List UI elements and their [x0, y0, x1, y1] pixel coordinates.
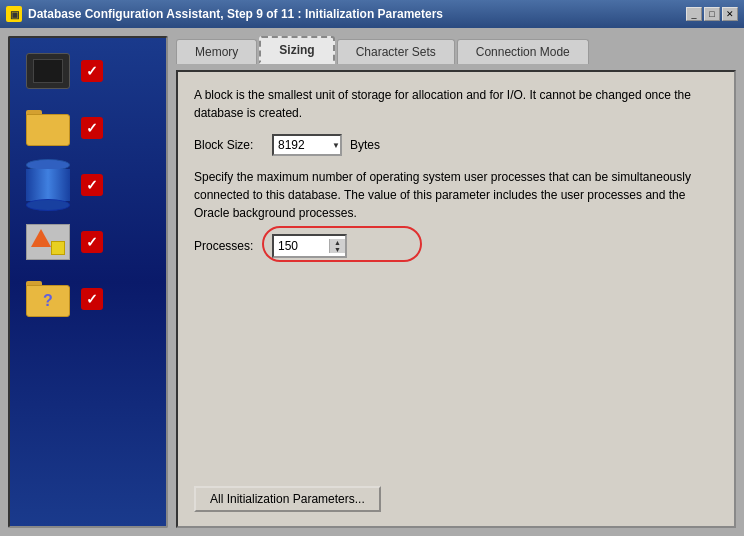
spinbox-down-button[interactable]: ▼	[330, 246, 345, 253]
app-icon: ▣	[6, 6, 22, 22]
window-title: Database Configuration Assistant, Step 9…	[28, 7, 443, 21]
processes-row: Processes: ▲ ▼	[194, 234, 718, 258]
all-params-button[interactable]: All Initialization Parameters...	[194, 486, 381, 512]
tab-character-sets[interactable]: Character Sets	[337, 39, 455, 64]
shapes-icon-box	[23, 219, 73, 264]
check-icon-5: ✓	[81, 288, 103, 310]
left-panel: ✓ ✓ ✓	[8, 36, 168, 528]
processes-circle-wrapper: ▲ ▼	[272, 234, 347, 258]
block-size-label: Block Size:	[194, 138, 264, 152]
content-panel: A block is the smallest unit of storage …	[176, 70, 736, 528]
list-item: ✓	[23, 48, 153, 93]
processes-input[interactable]	[274, 236, 329, 256]
tab-memory[interactable]: Memory	[176, 39, 257, 64]
block-size-info: A block is the smallest unit of storage …	[194, 86, 718, 122]
list-item: ✓	[23, 162, 153, 207]
block-size-select[interactable]: 8192 4096 16384	[272, 134, 342, 156]
list-item: ✓	[23, 219, 153, 264]
close-button[interactable]: ✕	[722, 7, 738, 21]
folder-icon	[26, 110, 70, 146]
processes-info: Specify the maximum number of operating …	[194, 168, 718, 222]
check-icon-1: ✓	[81, 60, 103, 82]
chip-icon-box	[23, 48, 73, 93]
folder2-icon-box: ?	[23, 276, 73, 321]
processes-spinbox[interactable]: ▲ ▼	[272, 234, 347, 258]
spinbox-arrows: ▲ ▼	[329, 239, 345, 253]
main-container: ✓ ✓ ✓	[0, 28, 744, 536]
tab-sizing[interactable]: Sizing	[259, 36, 334, 64]
processes-label: Processes:	[194, 239, 264, 253]
block-size-row: Block Size: 8192 4096 16384 ▼ Bytes	[194, 134, 718, 156]
database-icon-box	[23, 162, 73, 207]
shapes-icon	[26, 224, 70, 260]
title-bar: ▣ Database Configuration Assistant, Step…	[0, 0, 744, 28]
block-size-select-wrapper[interactable]: 8192 4096 16384 ▼	[272, 134, 342, 156]
tabs-row: Memory Sizing Character Sets Connection …	[176, 36, 736, 64]
check-icon-4: ✓	[81, 231, 103, 253]
check-icon-3: ✓	[81, 174, 103, 196]
spinbox-up-button[interactable]: ▲	[330, 239, 345, 246]
minimize-button[interactable]: _	[686, 7, 702, 21]
title-bar-left: ▣ Database Configuration Assistant, Step…	[6, 6, 443, 22]
chip-icon	[26, 53, 70, 89]
tab-connection-mode[interactable]: Connection Mode	[457, 39, 589, 64]
list-item: ? ✓	[23, 276, 153, 321]
list-item: ✓	[23, 105, 153, 150]
folder-question-icon: ?	[26, 281, 70, 317]
database-icon	[26, 159, 70, 211]
right-panel: Memory Sizing Character Sets Connection …	[176, 36, 736, 528]
maximize-button[interactable]: □	[704, 7, 720, 21]
block-size-unit: Bytes	[350, 138, 420, 152]
window-controls[interactable]: _ □ ✕	[686, 7, 738, 21]
check-icon-2: ✓	[81, 117, 103, 139]
folder-icon-box	[23, 105, 73, 150]
